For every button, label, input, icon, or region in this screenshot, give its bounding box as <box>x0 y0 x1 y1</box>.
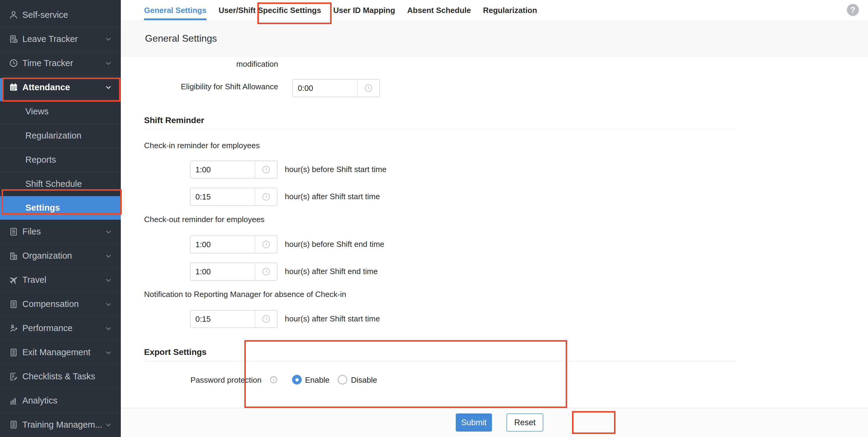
clock-icon <box>261 165 271 174</box>
plane-icon <box>8 275 19 285</box>
eligibility-shift-allowance-field <box>292 79 380 97</box>
checkin-before-field <box>190 161 278 179</box>
password-protection-enable-label[interactable]: Enable <box>305 375 330 385</box>
checkin-after-suffix: hour(s) after Shift start time <box>285 192 380 201</box>
sidebar-item-organization[interactable]: Organization <box>0 244 121 268</box>
shift-reminder-heading: Shift Reminder <box>144 115 204 125</box>
sidebar-item-attendance[interactable]: Attendance <box>0 75 121 100</box>
tab-user-id-mapping[interactable]: User ID Mapping <box>333 0 395 21</box>
chevron-down-icon <box>104 228 113 236</box>
time-picker-button[interactable] <box>255 188 277 205</box>
sidebar-item-shift-schedule[interactable]: Shift Schedule <box>0 172 121 196</box>
clock-icon <box>261 267 271 276</box>
chevron-down-icon <box>104 348 113 357</box>
ledger-icon <box>8 419 19 430</box>
sidebar-item-label: Files <box>22 227 41 237</box>
time-picker-button[interactable] <box>255 161 277 178</box>
page-title: General Settings <box>145 33 217 44</box>
help-icon[interactable]: ? <box>847 4 859 16</box>
main-panel: General Settings User/Shift Specific Set… <box>121 0 868 437</box>
checkout-before-input[interactable] <box>191 236 255 253</box>
checkin-reminder-label: Check-in reminder for employees <box>144 141 260 150</box>
checkin-after-input[interactable] <box>191 188 255 205</box>
sidebar-item-files[interactable]: Files <box>0 220 121 244</box>
chevron-down-icon <box>104 276 113 284</box>
time-picker-button[interactable] <box>255 263 277 280</box>
tab-general-settings[interactable]: General Settings <box>144 0 207 21</box>
time-picker-button[interactable] <box>255 236 277 253</box>
sidebar-item-label: Checklists & Tasks <box>22 371 95 381</box>
tab-absent-schedule[interactable]: Absent Schedule <box>407 0 471 21</box>
sidebar-item-views[interactable]: Views <box>0 100 121 124</box>
attendance-active-indicator <box>0 78 3 101</box>
sidebar-item-reports[interactable]: Reports <box>0 148 121 172</box>
checkin-before-input[interactable] <box>191 161 255 178</box>
chevron-down-icon <box>104 324 113 333</box>
settings-tab-bar: General Settings User/Shift Specific Set… <box>121 0 868 21</box>
checkin-after-field <box>190 188 278 206</box>
checkout-before-field <box>190 235 278 254</box>
clock-icon <box>261 192 271 202</box>
submit-button[interactable]: Submit <box>456 413 492 432</box>
clock-icon <box>364 83 373 93</box>
clock-icon <box>261 240 271 249</box>
sidebar-item-label: Shift Schedule <box>25 179 82 189</box>
password-protection-disable-label[interactable]: Disable <box>351 375 377 385</box>
sidebar: Self-service Leave Tracker Time Tracker … <box>0 0 121 437</box>
tab-user-shift-specific-settings[interactable]: User/Shift Specific Settings <box>219 0 321 21</box>
sidebar-item-time-tracker[interactable]: Time Tracker <box>0 51 121 75</box>
page-header: General Settings <box>121 21 868 57</box>
sidebar-item-training-management[interactable]: Training Managem... <box>0 413 121 437</box>
sidebar-item-label: Regularization <box>25 131 81 141</box>
ledger-icon <box>8 347 19 358</box>
reset-button[interactable]: Reset <box>506 413 543 432</box>
time-picker-button[interactable] <box>357 80 379 97</box>
sidebar-item-label: Analytics <box>22 396 57 406</box>
tab-regularization[interactable]: Regularization <box>483 0 537 21</box>
sidebar-item-exit-management[interactable]: Exit Management <box>0 340 121 365</box>
sidebar-item-label: Performance <box>22 323 72 333</box>
files-document-icon <box>8 227 19 237</box>
person-icon <box>8 10 19 20</box>
checkout-after-suffix: hour(s) after Shift end time <box>285 267 378 276</box>
chevron-down-icon <box>104 35 113 43</box>
absence-notification-label: Notification to Reporting Manager for ab… <box>144 290 346 299</box>
sidebar-item-self-service[interactable]: Self-service <box>0 3 121 27</box>
sidebar-item-settings[interactable]: Settings <box>0 196 121 220</box>
time-picker-button[interactable] <box>255 310 277 328</box>
checkout-before-suffix: hour(s) before Shift end time <box>285 240 384 249</box>
chevron-down-icon <box>104 300 113 308</box>
sidebar-item-label: Exit Management <box>22 347 91 357</box>
checkout-after-input[interactable] <box>191 263 255 280</box>
sidebar-item-travel[interactable]: Travel <box>0 268 121 292</box>
chevron-down-icon <box>104 252 113 260</box>
app-window: Self-service Leave Tracker Time Tracker … <box>0 0 868 437</box>
sidebar-item-label: Organization <box>22 251 72 261</box>
section-divider <box>144 361 737 362</box>
sidebar-item-performance[interactable]: Performance <box>0 316 121 340</box>
clock-icon <box>261 314 271 324</box>
sidebar-item-label: Self-service <box>22 10 68 20</box>
sidebar-item-regularization[interactable]: Regularization <box>0 124 121 148</box>
checkin-before-suffix: hour(s) before Shift start time <box>285 165 386 174</box>
sidebar-item-label: Leave Tracker <box>22 34 78 44</box>
checkout-after-field <box>190 263 278 281</box>
chevron-down-icon <box>104 59 113 67</box>
sidebar-item-leave-tracker[interactable]: Leave Tracker <box>0 27 121 51</box>
info-icon[interactable] <box>269 375 278 384</box>
export-settings-heading: Export Settings <box>144 347 207 357</box>
performance-chart-icon <box>8 323 19 334</box>
ledger-icon <box>8 299 19 309</box>
eligibility-shift-allowance-input[interactable] <box>293 80 357 97</box>
calendar-icon <box>8 82 19 92</box>
general-settings-form: modification Eligibility for Shift Allow… <box>121 57 868 408</box>
sidebar-item-label: Time Tracker <box>22 58 73 68</box>
absence-notification-input[interactable] <box>191 310 255 328</box>
sidebar-item-compensation[interactable]: Compensation <box>0 292 121 316</box>
password-protection-disable-radio[interactable] <box>338 375 347 384</box>
sidebar-item-analytics[interactable]: Analytics <box>0 389 121 413</box>
eligibility-shift-allowance-label: Eligibility for Shift Allowance <box>181 82 278 92</box>
sidebar-item-checklists-tasks[interactable]: Checklists & Tasks <box>0 365 121 389</box>
sidebar-item-label: Views <box>25 106 49 116</box>
password-protection-enable-radio[interactable] <box>292 375 302 384</box>
